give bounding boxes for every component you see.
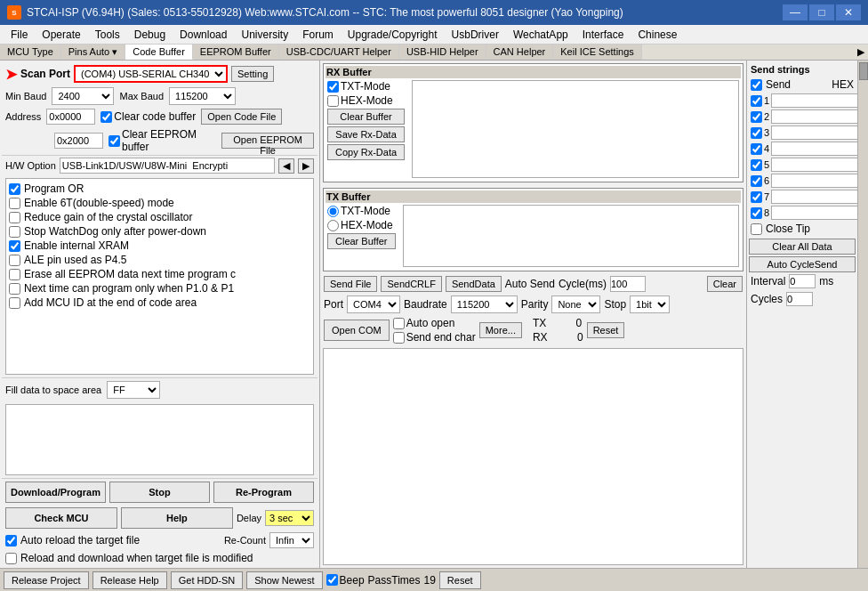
tab-usb-cdc[interactable]: USB-CDC/UART Helper <box>279 45 399 60</box>
tx-hex-mode-radio[interactable] <box>327 220 339 231</box>
port-select[interactable]: (COM4) USB-SERIAL CH340 <box>74 65 228 83</box>
release-project-button[interactable]: Release Project <box>4 571 89 589</box>
tab-eeprom-buffer[interactable]: EEPROM Buffer <box>193 45 279 60</box>
menu-operate[interactable]: Operate <box>35 27 87 43</box>
open-com-button[interactable]: Open COM <box>324 320 390 341</box>
help-button[interactable]: Help <box>121 507 233 529</box>
release-help-button[interactable]: Release Help <box>92 571 167 589</box>
close-button[interactable]: ✕ <box>836 4 861 20</box>
ss-checkbox-4[interactable] <box>751 143 762 155</box>
menu-tools[interactable]: Tools <box>88 27 127 43</box>
menu-interface[interactable]: Interface <box>575 27 631 43</box>
clear-code-checkbox[interactable] <box>100 111 112 123</box>
opt-6t-checkbox[interactable] <box>9 198 20 209</box>
port-select2[interactable]: COM4 <box>347 296 400 313</box>
reset-button[interactable]: Reset <box>587 322 625 338</box>
tx-txt-mode-radio[interactable] <box>327 206 339 217</box>
baudrate-select[interactable]: 115200 <box>451 296 518 313</box>
rx-textarea[interactable] <box>412 80 739 178</box>
hw-scroll-left[interactable]: ◀ <box>278 158 294 174</box>
delay-select[interactable]: 3 sec <box>265 510 314 526</box>
output-area[interactable] <box>323 348 743 565</box>
show-newest-button[interactable]: Show Newest <box>246 571 322 589</box>
menu-file[interactable]: File <box>4 27 35 43</box>
cycle-input[interactable] <box>610 276 646 292</box>
send-data-button[interactable]: SendData <box>446 276 502 292</box>
ss-input-2[interactable] <box>771 109 868 124</box>
rx-hex-mode-checkbox[interactable] <box>327 95 339 107</box>
stop-button[interactable]: Stop <box>109 482 210 503</box>
ss-checkbox-3[interactable] <box>751 127 762 139</box>
auto-cycle-button[interactable]: Auto CycleSend <box>749 256 856 272</box>
ss-checkbox-1[interactable] <box>751 95 762 107</box>
close-tip-checkbox[interactable] <box>751 223 762 235</box>
ss-input-6[interactable] <box>771 174 868 188</box>
auto-open-checkbox[interactable] <box>393 318 405 329</box>
tab-keil-ice[interactable]: Keil ICE Settings <box>553 45 642 60</box>
open-code-button[interactable]: Open Code File <box>201 109 282 125</box>
auto-reload-download-checkbox[interactable] <box>5 553 17 564</box>
menu-forum[interactable]: Forum <box>295 27 341 43</box>
tab-code-buffer[interactable]: Code Buffer <box>125 45 193 60</box>
min-baud-select[interactable]: 2400 <box>52 87 114 105</box>
opt-ale-checkbox[interactable] <box>9 255 20 266</box>
ss-checkbox-7[interactable] <box>751 191 762 203</box>
addr1-input[interactable] <box>54 133 103 149</box>
ss-input-4[interactable] <box>771 142 868 156</box>
minimize-button[interactable]: — <box>783 4 808 20</box>
ss-checkbox-2[interactable] <box>751 111 762 123</box>
tab-usb-hid[interactable]: USB-HID Helper <box>399 45 486 60</box>
download-program-button[interactable]: Download/Program <box>5 482 106 503</box>
tab-pins[interactable]: Pins Auto ▾ <box>61 45 126 60</box>
opt-erase-eeprom-checkbox[interactable] <box>9 269 20 280</box>
setting-button[interactable]: Setting <box>231 66 274 82</box>
rx-clear-buffer-button[interactable]: Clear Buffer <box>327 109 405 125</box>
menu-download[interactable]: Download <box>173 27 234 43</box>
ss-input-7[interactable] <box>771 190 868 204</box>
opt-crystal-checkbox[interactable] <box>9 212 20 223</box>
recount-select[interactable]: Infin <box>269 532 314 548</box>
send-file-button[interactable]: Send File <box>324 276 377 292</box>
ss-checkbox-6[interactable] <box>751 175 762 187</box>
status-reset-button[interactable]: Reset <box>439 571 481 589</box>
beep-checkbox[interactable] <box>326 574 338 586</box>
hw-option-input[interactable] <box>60 158 275 174</box>
cycles-input[interactable] <box>786 292 813 306</box>
tab-can-helper[interactable]: CAN Helper <box>486 45 554 60</box>
stop-select[interactable]: 1bit <box>630 296 670 313</box>
ss-input-5[interactable] <box>771 158 868 172</box>
tx-clear-buffer-button[interactable]: Clear Buffer <box>327 233 396 249</box>
ss-input-3[interactable] <box>771 125 868 140</box>
ss-input-1[interactable] <box>771 93 868 108</box>
parity-select[interactable]: None <box>551 296 600 313</box>
menu-upgrade[interactable]: Upgrade/Copyright <box>341 27 445 43</box>
opt-xram-checkbox[interactable] <box>9 240 20 252</box>
open-eeprom-button[interactable]: Open EEPROM File <box>221 133 314 149</box>
reprogram-button[interactable]: Re-Program <box>213 482 314 503</box>
opt-watchdog-checkbox[interactable] <box>9 226 20 238</box>
scroll-thumb[interactable] <box>859 62 868 80</box>
check-mcu-button[interactable]: Check MCU <box>5 507 117 529</box>
tabs-scroll-right[interactable]: ▶ <box>854 45 868 60</box>
menu-wechat[interactable]: WechatApp <box>506 27 575 43</box>
menu-usbdriver[interactable]: UsbDriver <box>445 27 506 43</box>
rx-save-button[interactable]: Save Rx-Data <box>327 126 405 142</box>
clear-eeprom-checkbox[interactable] <box>108 135 120 147</box>
interval-input[interactable] <box>789 274 816 288</box>
ss-input-8[interactable] <box>771 206 868 220</box>
fill-data-select[interactable]: FF <box>107 381 160 399</box>
send-end-checkbox[interactable] <box>393 332 405 344</box>
max-baud-select[interactable]: 115200 <box>169 87 236 105</box>
clear-all-button[interactable]: Clear All Data <box>749 239 856 255</box>
send-crlf-button[interactable]: SendCRLF <box>381 276 441 292</box>
tab-mcu-type[interactable]: MCU Type <box>0 45 61 60</box>
opt-program-only-checkbox[interactable] <box>9 283 20 295</box>
rx-copy-button[interactable]: Copy Rx-Data <box>327 144 405 160</box>
send-header-checkbox[interactable] <box>751 79 762 91</box>
menu-university[interactable]: University <box>234 27 295 43</box>
ss-checkbox-8[interactable] <box>751 207 762 219</box>
code-area[interactable] <box>5 404 314 475</box>
ss-checkbox-5[interactable] <box>751 159 762 171</box>
clear-button[interactable]: Clear <box>707 276 743 292</box>
auto-reload-checkbox[interactable] <box>5 535 17 546</box>
